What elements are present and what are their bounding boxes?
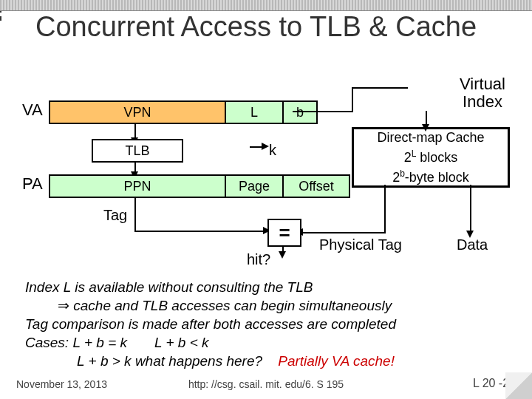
arrowhead-to-k bbox=[262, 143, 269, 150]
hit-label: hit? bbox=[247, 251, 270, 268]
line-cache-data bbox=[470, 185, 471, 233]
slide-title: Concurrent Access to TLB & Cache bbox=[35, 10, 477, 43]
field-vpn: VPN bbox=[49, 100, 226, 124]
tag-label: Tag bbox=[103, 207, 127, 224]
field-ppn: PPN bbox=[49, 174, 226, 198]
line-vi-v bbox=[352, 87, 353, 112]
cache-line3: 2b-byte block bbox=[392, 166, 469, 185]
comparator-equals: = bbox=[267, 219, 301, 247]
va-label: VA bbox=[22, 100, 43, 120]
body-l2: ⇒ cache and TLB accesses can begin simul… bbox=[25, 296, 513, 315]
field-page: Page bbox=[226, 174, 284, 198]
line-ppn-to-eq bbox=[134, 231, 267, 232]
label-k: k bbox=[269, 142, 276, 159]
physical-tag-label: Physical Tag bbox=[319, 236, 402, 253]
va-fields: VPN L b bbox=[49, 100, 318, 124]
field-L: L bbox=[226, 100, 284, 124]
field-offset: Offset bbox=[284, 174, 350, 198]
body-l4: Cases: L + b = k L + b < k bbox=[25, 333, 513, 352]
data-label: Data bbox=[457, 236, 488, 253]
partial-va-cache: Partially VA cache! bbox=[278, 353, 395, 369]
line-cache-ptag bbox=[384, 185, 386, 232]
cache-box: Direct-map Cache 2L blocks 2b-byte block bbox=[352, 127, 510, 188]
body-text: Index L is available without consulting … bbox=[25, 278, 513, 370]
line-vi-h1 bbox=[293, 111, 352, 112]
tlb-box: TLB bbox=[92, 139, 183, 163]
virtual-index-label: Virtual Index bbox=[460, 75, 505, 111]
page-curl-icon bbox=[505, 372, 532, 399]
arrow-vpn-to-tlb bbox=[134, 124, 136, 139]
pa-label: PA bbox=[22, 174, 43, 194]
pa-fields: PPN Page Offset bbox=[49, 174, 350, 198]
body-l5: L + b > k what happens here? Partially V… bbox=[25, 352, 513, 370]
top-pattern-bar bbox=[0, 0, 532, 11]
line-vi-h2 bbox=[352, 87, 408, 89]
footer-url: http: //csg. csail. mit. edu/6. S 195 bbox=[0, 378, 532, 390]
cache-line1: Direct-map Cache bbox=[377, 129, 484, 146]
cache-line2: 2L blocks bbox=[404, 146, 458, 166]
line-ptag-to-eq bbox=[300, 232, 386, 233]
line-ppn-down bbox=[134, 198, 136, 231]
virtual-index-text: Virtual Index bbox=[460, 75, 505, 111]
body-l1: Index L is available without consulting … bbox=[25, 278, 513, 296]
field-b: b bbox=[284, 100, 318, 124]
implies-icon: ⇒ bbox=[58, 298, 69, 313]
body-l3: Tag comparison is made after both access… bbox=[25, 315, 513, 333]
arrowhead-eq-to-hit bbox=[279, 251, 286, 259]
